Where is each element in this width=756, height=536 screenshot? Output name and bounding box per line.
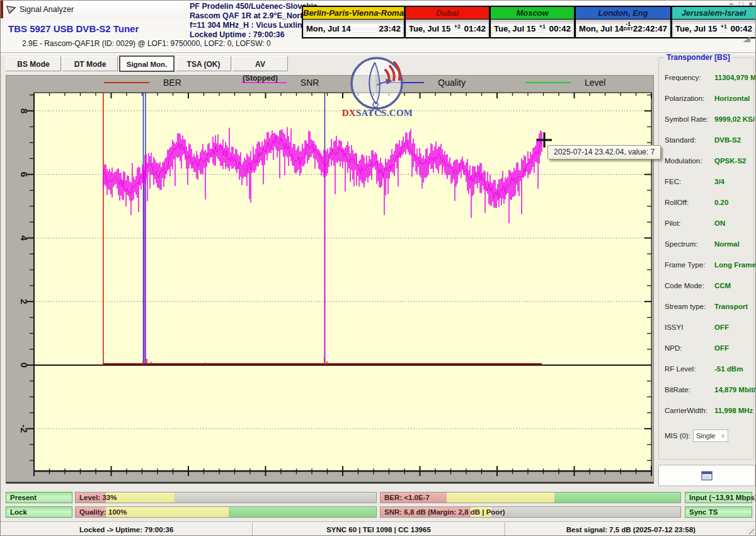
- transponder-row: Modulation:QPSK-S2: [659, 150, 753, 171]
- clock-body: Tue, Jul 15+100:42: [491, 20, 574, 37]
- transponder-row-value: OFF: [714, 323, 729, 331]
- indicator-bar-sync-ts: Sync TS: [685, 506, 752, 518]
- clock-jerusalem-israel: Jerusalem-IsraelTue, Jul 15+100:42: [672, 6, 756, 38]
- legend-label: BER: [163, 78, 181, 88]
- indicator-bar-label: BER: <1.0E-7: [384, 493, 430, 503]
- legend-label: Level: [585, 78, 605, 88]
- legend-item-quality: Quality: [379, 78, 466, 88]
- tab-bs-mode[interactable]: BS Mode: [6, 56, 61, 71]
- indicator-bar-present: Present: [6, 492, 72, 503]
- tab-av-stopped-[interactable]: AV (Stopped): [232, 56, 288, 71]
- transponder-rows: Frequency:11304,979 MHzPolarization:Hori…: [659, 67, 753, 421]
- clock-utc-offset: +2: [450, 25, 464, 29]
- clock-date: Tue, Jul 15: [675, 24, 717, 33]
- clock-offset-value: +1: [721, 25, 727, 29]
- clock-offset-label: DST: [624, 26, 633, 31]
- indicator-bar-label: SNR: 6,8 dB (Margin: 2,8 dB | Poor): [384, 508, 505, 517]
- mis-selected-value: Single: [696, 432, 716, 440]
- clock-body: Mon, Jul 14-1DST22:42:47: [576, 20, 670, 37]
- transponder-row-label: BitRate:: [665, 386, 714, 393]
- transponder-row: NPD:OFF: [659, 337, 753, 358]
- legend-swatch: [525, 82, 571, 83]
- indicator-bar-label: Quality: 100%: [79, 508, 127, 517]
- status-section-0: Locked -> Uptime: 79:00:36: [1, 523, 252, 536]
- clock-body: Tue, Jul 15+201:42: [406, 20, 489, 37]
- clock-time: 00:42: [549, 24, 571, 33]
- transponder-row-label: Code Mode:: [665, 282, 714, 289]
- mis-dropdown[interactable]: Single ∨: [693, 429, 728, 442]
- clock-london-eng: London, EngMon, Jul 14-1DST22:42:47: [575, 6, 672, 38]
- chart-tooltip: 2025-07-14 23.42.04, value: 7: [547, 145, 661, 160]
- transponder-row-value: Normal: [714, 240, 740, 248]
- site-info-line: f=11 304 MHz_H : Vicus Luxlink: [190, 21, 316, 30]
- indicator-bar-label: Level: 33%: [79, 493, 117, 503]
- status-line: Locked -> Uptime: 79:00:36SYNC 60 | TEI …: [1, 522, 756, 536]
- transponder-row-label: Polarization:: [665, 95, 714, 102]
- transponder-row-value: OFF: [714, 344, 729, 352]
- transponder-row: Frequency:11304,979 MHz: [659, 67, 753, 88]
- transponder-row: Stream type:Transport: [659, 296, 753, 317]
- svg-text:8: 8: [19, 108, 30, 114]
- clock-city: Berlin-Paris-Vienna-Roma: [303, 7, 404, 20]
- site-info-line: Rascom QAF 1R at 2.9°E_North: [190, 11, 316, 21]
- transponder-row-value: 9999,02 KS/s: [714, 115, 756, 123]
- svg-text:0: 0: [19, 363, 30, 368]
- clock-time: 01:42: [464, 24, 486, 33]
- transponder-row-label: Modulation:: [665, 157, 714, 165]
- clock-berlin-paris-vienna-roma: Berlin-Paris-Vienna-RomaMon, Jul 1423:42: [302, 6, 405, 38]
- world-clocks: Berlin-Paris-Vienna-RomaMon, Jul 1423:42…: [302, 6, 756, 38]
- window-edge-accent: [1, 1, 3, 18]
- transponder-row-label: Pilot:: [665, 219, 714, 227]
- transponder-row: Frame Type:Long Frame: [659, 254, 753, 275]
- tab-signal-mon-[interactable]: Signal Mon.: [119, 55, 175, 72]
- transponder-panel-title: Transponder [BS]: [664, 53, 733, 62]
- transponder-row-label: FEC:: [665, 178, 714, 185]
- transponder-row-label: Symbol Rate:: [665, 115, 714, 123]
- header-separator: [1, 52, 756, 55]
- transponder-row-label: Frequency:: [665, 74, 714, 81]
- clock-body: Mon, Jul 1423:42: [303, 20, 404, 37]
- mis-label: MIS (0):: [665, 432, 690, 440]
- transponder-row-value: QPSK-S2: [714, 157, 747, 165]
- bar-segment-gray: [175, 492, 376, 503]
- transponder-row: Spectrum:Normal: [659, 233, 753, 254]
- signal-analyzer-window: Signal Analyzer – □ × PF Prodelin 450/Lu…: [0, 0, 756, 536]
- transponder-row-value: 14,879 Mbit/s: [714, 386, 756, 393]
- transponder-row: RF Level:-51 dBm: [659, 358, 753, 379]
- clock-resize-grip[interactable]: [743, 37, 750, 42]
- transponder-row-label: RF Level:: [665, 365, 714, 373]
- transponder-row-value: Transport: [714, 303, 748, 310]
- transponder-row-value: 11304,979 MHz: [714, 74, 756, 81]
- legend-item-ber: BER: [104, 78, 181, 88]
- transponder-row-value: 3/4: [714, 178, 724, 185]
- clock-time: 00:42: [730, 24, 752, 33]
- indicator-bar-label: Sync TS: [689, 508, 718, 517]
- transponder-row-value: DVB-S2: [714, 136, 741, 144]
- indicator-bar-input-13-91-mbps-: Input (~13,91 Mbps): [685, 492, 752, 503]
- bar-segment-yellow: [447, 492, 554, 503]
- clock-date: Tue, Jul 15: [494, 24, 536, 33]
- mis-row: MIS (0): Single ∨: [659, 428, 753, 444]
- site-info-line: PF Prodelin 450/Lučenec-Slovakia: [190, 2, 316, 11]
- svg-text:2: 2: [19, 299, 30, 304]
- transponder-list-button[interactable]: [658, 465, 755, 486]
- tab-tsa-ok-[interactable]: TSA (OK): [176, 56, 231, 71]
- indicator-bar-snr: SNR: 6,8 dB (Margin: 2,8 dB | Poor): [380, 506, 681, 518]
- signal-chart-panel: BERSNRQualityLevel 86420-2: [6, 75, 654, 484]
- clock-city: Jerusalem-Israel: [672, 7, 755, 20]
- status-section-2: Best signal: 7,5 dB (2025-07-12 23:58): [505, 523, 756, 536]
- transponder-row-label: CarrierWidth:: [665, 407, 714, 414]
- transponder-row: RollOff:0.20: [659, 192, 753, 213]
- svg-text:4: 4: [19, 235, 30, 241]
- transponder-row-label: ISSYI: [665, 323, 714, 331]
- bar-segment-green: [229, 507, 376, 517]
- transponder-row: Code Mode:CCM: [659, 275, 753, 296]
- clock-utc-offset: +1: [536, 25, 549, 29]
- transponder-row-value: CCM: [714, 282, 731, 289]
- window-title: Signal Analyzer: [20, 5, 74, 14]
- svg-text:-2: -2: [19, 424, 30, 433]
- transponder-row: BitRate:14,879 Mbit/s: [659, 379, 753, 400]
- transponder-row-label: RollOff:: [665, 199, 714, 206]
- indicator-bar-ber: BER: <1.0E-7: [380, 492, 681, 503]
- tab-dt-mode[interactable]: DT Mode: [62, 56, 118, 71]
